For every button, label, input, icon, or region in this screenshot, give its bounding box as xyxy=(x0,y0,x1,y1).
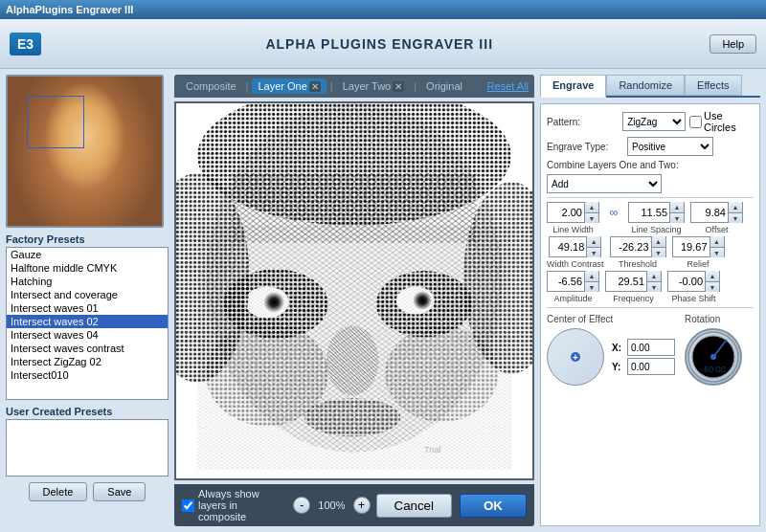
offset-ctrl[interactable]: ▲ ▼ xyxy=(690,202,743,223)
frequency-ctrl[interactable]: ▲ ▼ xyxy=(605,271,662,292)
x-input[interactable] xyxy=(627,339,675,356)
pattern-select[interactable]: ZigZag Lines Circles xyxy=(622,112,686,131)
rotation-dial[interactable]: -60.00 xyxy=(685,328,742,386)
list-item[interactable]: Intersect waves contrast xyxy=(7,342,168,355)
effect-rotation-row: Center of Effect + X: xyxy=(547,312,754,386)
line-width-down[interactable]: ▼ xyxy=(585,212,598,223)
threshold-input[interactable] xyxy=(611,241,651,253)
list-item[interactable]: Intersect010 xyxy=(7,368,168,382)
line-spacing-down[interactable]: ▼ xyxy=(670,212,684,223)
use-circles-label[interactable]: Use Circles xyxy=(689,110,754,133)
list-item[interactable]: Intersect waves 01 xyxy=(7,301,168,315)
tab-close-layer-one[interactable]: ✕ xyxy=(309,81,321,92)
offset-down[interactable]: ▼ xyxy=(729,212,742,223)
tab-layer-two[interactable]: Layer Two ✕ xyxy=(337,78,411,94)
help-button[interactable]: Help xyxy=(710,34,756,54)
relief-up[interactable]: ▲ xyxy=(710,236,724,247)
ok-button[interactable]: OK xyxy=(460,494,527,518)
divider-2 xyxy=(547,307,754,308)
always-show-checkbox-label[interactable]: Always show layers in composite xyxy=(182,488,287,522)
offset-up[interactable]: ▲ xyxy=(729,202,742,212)
zoom-in-button[interactable]: + xyxy=(353,497,371,514)
tab-layer-one[interactable]: Layer One ✕ xyxy=(252,78,326,94)
rotation-controls: -60.00 xyxy=(685,328,742,386)
offset-input[interactable] xyxy=(691,207,728,218)
phase-shift-up[interactable]: ▲ xyxy=(706,271,719,281)
link-button[interactable]: ∞ xyxy=(605,202,622,223)
relief-input[interactable] xyxy=(673,241,710,253)
amplitude-up[interactable]: ▲ xyxy=(585,271,598,281)
line-spacing-input[interactable] xyxy=(629,207,669,218)
frequency-input[interactable] xyxy=(606,276,646,287)
list-item[interactable]: Intersect waves 04 xyxy=(7,328,168,342)
threshold-arrows: ▲ ▼ xyxy=(651,236,665,257)
relief-down[interactable]: ▼ xyxy=(710,247,724,257)
width-contrast-input[interactable] xyxy=(550,241,586,253)
phase-shift-input[interactable] xyxy=(668,276,705,287)
threshold-down[interactable]: ▼ xyxy=(652,247,665,257)
frequency-down[interactable]: ▼ xyxy=(647,281,661,292)
center-of-effect-section: Center of Effect + X: xyxy=(547,312,675,386)
offset-group: ▲ ▼ Offset xyxy=(690,202,743,234)
tab-separator-3: | xyxy=(414,80,417,92)
engrave-type-select[interactable]: Positive Negative xyxy=(627,137,713,156)
line-spacing-label: Line Spacing xyxy=(631,225,681,234)
list-item[interactable]: Intersect and coverage xyxy=(7,288,168,301)
line-width-input[interactable] xyxy=(548,207,584,218)
width-contrast-down[interactable]: ▼ xyxy=(587,247,600,257)
effect-dot[interactable]: + xyxy=(571,352,580,362)
zoom-out-button[interactable]: - xyxy=(293,497,310,514)
always-show-checkbox[interactable] xyxy=(182,499,194,512)
save-button[interactable]: Save xyxy=(93,482,146,501)
relief-ctrl[interactable]: ▲ ▼ xyxy=(672,236,725,257)
line-width-up[interactable]: ▲ xyxy=(585,202,598,212)
svg-text:Trial: Trial xyxy=(424,445,440,454)
tab-randomize[interactable]: Randomize xyxy=(606,75,685,96)
image-display: Trial xyxy=(174,101,534,480)
user-presets-list[interactable] xyxy=(6,419,169,477)
pattern-row: Pattern: ZigZag Lines Circles Use Circle… xyxy=(547,110,754,133)
center-effect-circle[interactable]: + xyxy=(547,328,604,386)
threshold-up[interactable]: ▲ xyxy=(652,236,665,247)
tab-close-layer-two[interactable]: ✕ xyxy=(393,81,404,92)
phase-shift-down[interactable]: ▼ xyxy=(706,281,719,292)
list-item[interactable]: Gauze xyxy=(7,248,168,261)
delete-button[interactable]: Delete xyxy=(29,482,88,501)
width-contrast-up[interactable]: ▲ xyxy=(587,236,600,247)
amplitude-input[interactable] xyxy=(548,276,584,287)
list-item[interactable]: Hatching xyxy=(7,275,168,288)
tab-effects[interactable]: Effects xyxy=(685,75,741,96)
list-item-selected[interactable]: Intersect waves 02 xyxy=(7,315,168,328)
preview-image xyxy=(6,75,164,228)
user-presets-section: User Created Presets xyxy=(6,406,169,477)
use-circles-checkbox[interactable] xyxy=(689,116,702,128)
logo-box: E3 xyxy=(10,33,41,55)
line-width-label: Line Width xyxy=(552,225,594,234)
svg-point-15 xyxy=(327,325,379,395)
amplitude-group: ▲ ▼ Amplitude xyxy=(547,271,599,303)
phase-shift-group: ▲ ▼ Phase Shift xyxy=(667,271,720,303)
reset-all-button[interactable]: Reset All xyxy=(487,80,529,92)
tab-composite[interactable]: Composite xyxy=(180,78,242,94)
factory-presets-list[interactable]: Gauze Halftone middle CMYK Hatching Inte… xyxy=(6,247,169,400)
combine-select[interactable]: Add Multiply Screen xyxy=(547,174,662,193)
tab-original[interactable]: Original xyxy=(420,78,468,94)
tab-engrave[interactable]: Engrave xyxy=(540,75,606,98)
line-spacing-up[interactable]: ▲ xyxy=(670,202,684,212)
combine-layers-row: Combine Layers One and Two: xyxy=(547,160,754,170)
phase-shift-ctrl[interactable]: ▲ ▼ xyxy=(667,271,720,292)
width-contrast-ctrl[interactable]: ▲ ▼ xyxy=(549,236,601,257)
y-input[interactable] xyxy=(627,358,675,375)
cancel-button[interactable]: Cancel xyxy=(376,494,453,518)
amplitude-ctrl[interactable]: ▲ ▼ xyxy=(547,271,599,292)
frequency-up[interactable]: ▲ xyxy=(647,271,661,281)
line-width-ctrl[interactable]: ▲ ▼ xyxy=(547,202,599,223)
width-contrast-arrows: ▲ ▼ xyxy=(586,236,600,257)
engraved-image: Trial xyxy=(176,103,532,478)
list-item[interactable]: Halftone middle CMYK xyxy=(7,261,168,275)
rotation-svg: -60.00 xyxy=(687,330,740,384)
line-spacing-ctrl[interactable]: ▲ ▼ xyxy=(628,202,685,223)
amplitude-down[interactable]: ▼ xyxy=(585,281,598,292)
list-item[interactable]: Intersect ZigZag 02 xyxy=(7,355,168,368)
threshold-ctrl[interactable]: ▲ ▼ xyxy=(610,236,666,257)
